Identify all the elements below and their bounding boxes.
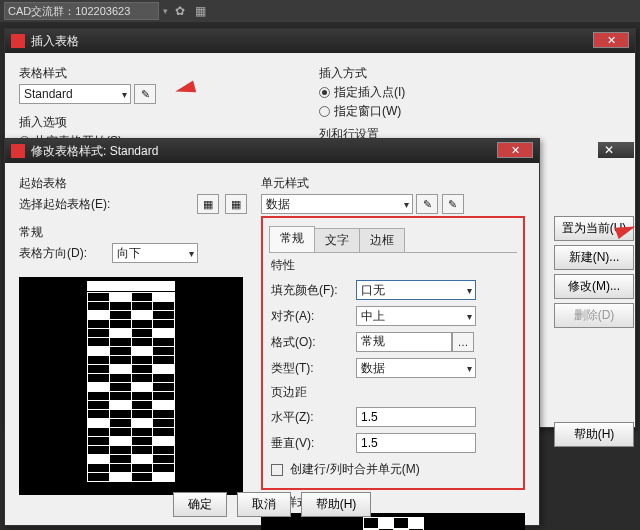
direction-combo[interactable]: 向下 bbox=[112, 243, 198, 263]
help-button[interactable]: 帮助(H) bbox=[301, 492, 372, 517]
table-style-label: 表格样式 bbox=[19, 65, 319, 82]
fill-color-label: 填充颜色(F): bbox=[271, 282, 356, 299]
vert-margin-label: 垂直(V): bbox=[271, 435, 356, 452]
tab-general[interactable]: 常规 bbox=[269, 226, 315, 252]
insert-options-label: 插入选项 bbox=[19, 114, 319, 131]
horiz-margin-input[interactable] bbox=[356, 407, 476, 427]
ok-button[interactable]: 确定 bbox=[173, 492, 227, 517]
manage-cellstyle-button[interactable]: ✎ bbox=[442, 194, 464, 214]
cell-style-label: 单元样式 bbox=[261, 175, 525, 192]
modify-table-style-dialog: 修改表格样式: Standard ✕ 起始表格 选择起始表格(E): ▦ ▦ 常… bbox=[4, 138, 540, 526]
clear-table-button[interactable]: ▦ bbox=[225, 194, 247, 214]
delete-button: 删除(D) bbox=[554, 303, 634, 328]
style-side-buttons: 置为当前(U) 新建(N)... 修改(M)... 删除(D) 帮助(H) bbox=[554, 216, 634, 451]
help-button-side[interactable]: 帮助(H) bbox=[554, 422, 634, 447]
vert-margin-input[interactable] bbox=[356, 433, 476, 453]
merge-checkbox[interactable] bbox=[271, 464, 283, 476]
dialog-title-2: 修改表格样式: Standard bbox=[31, 143, 158, 160]
close-icon-2[interactable]: ✕ bbox=[497, 142, 533, 158]
table-preview bbox=[19, 277, 243, 495]
start-table-label: 起始表格 bbox=[19, 175, 247, 192]
gear-icon[interactable]: ✿ bbox=[172, 3, 188, 19]
insert-method-label: 插入方式 bbox=[319, 65, 619, 82]
new-button[interactable]: 新建(N)... bbox=[554, 245, 634, 270]
close-icon[interactable]: ✕ bbox=[593, 32, 629, 48]
table-style-combo[interactable]: Standard bbox=[19, 84, 131, 104]
format-label: 格式(O): bbox=[271, 334, 356, 351]
autocad-icon-2 bbox=[11, 144, 25, 158]
cell-style-combo[interactable]: 数据 bbox=[261, 194, 413, 214]
tab-border[interactable]: 边框 bbox=[359, 228, 405, 252]
modify-button[interactable]: 修改(M)... bbox=[554, 274, 634, 299]
new-cellstyle-button[interactable]: ✎ bbox=[416, 194, 438, 214]
radio-insert-point[interactable]: 指定插入点(I) bbox=[319, 84, 619, 101]
tab-text[interactable]: 文字 bbox=[314, 228, 360, 252]
red-highlight-box: 常规 文字 边框 特性 填充颜色(F): 口无 对齐(A): 中上 格式( bbox=[261, 216, 525, 490]
format-value: 常规 bbox=[356, 332, 452, 352]
cancel-button[interactable]: 取消 bbox=[237, 492, 291, 517]
pick-table-button[interactable]: ▦ bbox=[197, 194, 219, 214]
red-arrow-icon bbox=[174, 81, 196, 98]
align-combo[interactable]: 中上 bbox=[356, 306, 476, 326]
format-browse-button[interactable]: … bbox=[452, 332, 474, 352]
type-combo[interactable]: 数据 bbox=[356, 358, 476, 378]
general-label: 常规 bbox=[19, 224, 247, 241]
autocad-icon bbox=[11, 34, 25, 48]
dialog-title: 插入表格 bbox=[31, 33, 79, 50]
style-edit-button[interactable]: ✎ bbox=[134, 84, 156, 104]
grid-icon[interactable]: ▦ bbox=[192, 3, 208, 19]
qq-group-input[interactable] bbox=[4, 2, 159, 20]
props-label: 特性 bbox=[271, 257, 515, 274]
radio-insert-window[interactable]: 指定窗口(W) bbox=[319, 103, 619, 120]
close-icon-hidden[interactable]: ✕ bbox=[598, 142, 634, 158]
pick-start-label: 选择起始表格(E): bbox=[19, 196, 191, 213]
horiz-margin-label: 水平(Z): bbox=[271, 409, 356, 426]
type-label: 类型(T): bbox=[271, 360, 356, 377]
fill-color-combo[interactable]: 口无 bbox=[356, 280, 476, 300]
merge-label: 创建行/列时合并单元(M) bbox=[290, 462, 419, 476]
chevron-down-icon[interactable]: ▾ bbox=[163, 6, 168, 16]
dialog-titlebar-2: 修改表格样式: Standard ✕ bbox=[5, 139, 539, 163]
app-topbar: ▾ ✿ ▦ bbox=[0, 0, 640, 22]
direction-label: 表格方向(D): bbox=[19, 245, 104, 262]
align-label: 对齐(A): bbox=[271, 308, 356, 325]
dialog-titlebar: 插入表格 ✕ bbox=[5, 29, 635, 53]
margin-label: 页边距 bbox=[271, 384, 515, 401]
